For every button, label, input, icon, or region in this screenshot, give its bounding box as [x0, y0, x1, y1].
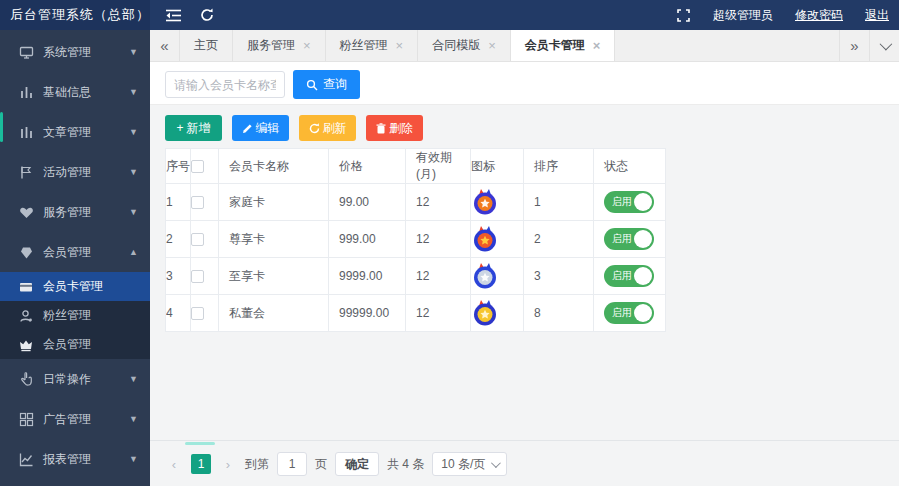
page-size-label: 10 条/页 — [441, 456, 485, 473]
status-toggle[interactable]: 启用 — [604, 228, 654, 250]
card-validity: 12 — [406, 258, 471, 295]
chevron-down-icon: ▼ — [129, 167, 138, 177]
sidebar-item-articles[interactable]: 文章管理 ▼ — [0, 112, 150, 152]
row-checkbox[interactable] — [191, 307, 204, 320]
status-toggle[interactable]: 启用 — [604, 191, 654, 213]
tab-member-cards[interactable]: 会员卡管理× — [511, 30, 616, 61]
search-button-label: 查询 — [323, 76, 347, 93]
admin-screen: 后台管理系统（总部） 超级管理员 修改密码 退出 系统管理 ▼ — [0, 0, 899, 486]
chevron-down-icon: ▼ — [129, 127, 138, 137]
scroll-tabs-right-icon[interactable]: » — [839, 30, 869, 61]
hand-pointer-icon — [19, 372, 34, 387]
sidebar-item-label: 基础信息 — [43, 84, 91, 101]
sidebar-item-services[interactable]: 服务管理 ▼ — [0, 192, 150, 232]
close-icon[interactable]: × — [488, 38, 496, 53]
horizontal-scrollbar[interactable] — [185, 442, 215, 445]
sidebar-item-fans[interactable]: 粉丝管理 — [0, 301, 150, 330]
refresh-page-icon[interactable] — [199, 7, 215, 23]
card-price: 99999.00 — [329, 295, 406, 332]
sidebar-item-member-mgmt[interactable]: 会员管理 — [0, 330, 150, 359]
status-label: 启用 — [612, 269, 632, 283]
card-price: 999.00 — [329, 221, 406, 258]
next-page-icon[interactable]: › — [219, 454, 237, 474]
sidebar-item-member-cards[interactable]: 会员卡管理 — [0, 272, 150, 301]
table-row: 4 私董会 99999.00 12 8 启用 — [166, 295, 666, 332]
change-password-link[interactable]: 修改密码 — [795, 7, 843, 24]
sidebar-item-reports[interactable]: 报表管理 ▼ — [0, 439, 150, 479]
close-icon[interactable]: × — [396, 38, 404, 53]
page-button[interactable]: 1 — [191, 454, 211, 474]
search-section: 查询 — [150, 62, 899, 105]
goto-confirm-button[interactable]: 确定 — [335, 452, 379, 476]
tab-home[interactable]: 主页 — [180, 30, 233, 61]
tab-contract-templates[interactable]: 合同模版× — [418, 30, 511, 61]
close-icon[interactable]: × — [593, 38, 601, 53]
close-icon[interactable]: × — [303, 38, 311, 53]
sidebar-item-daily-ops[interactable]: 日常操作 ▼ — [0, 359, 150, 399]
medal-icon — [471, 299, 499, 327]
toggle-knob — [634, 230, 652, 248]
row-checkbox[interactable] — [191, 196, 204, 209]
tab-label: 合同模版 — [432, 37, 480, 54]
card-price: 99.00 — [329, 184, 406, 221]
refresh-button[interactable]: 刷新 — [299, 115, 356, 141]
sidebar-item-label: 日常操作 — [43, 371, 91, 388]
edit-button[interactable]: 编辑 — [232, 115, 289, 141]
scroll-tabs-left-icon[interactable]: « — [150, 30, 180, 61]
sidebar-item-label: 报表管理 — [43, 451, 91, 468]
sidebar-item-members[interactable]: 会员管理 ▲ — [0, 232, 150, 272]
select-all-checkbox[interactable] — [191, 160, 204, 173]
sidebar-item-label: 服务管理 — [43, 204, 91, 221]
page-size-select[interactable]: 10 条/页 — [432, 452, 507, 476]
medal-icon — [471, 262, 499, 290]
card-validity: 12 — [406, 295, 471, 332]
card-name: 至享卡 — [219, 258, 329, 295]
add-button[interactable]: +新增 — [165, 115, 222, 141]
toggle-knob — [634, 304, 652, 322]
grid-layout-icon — [19, 412, 34, 427]
tab-bar: « 主页 服务管理× 粉丝管理× 合同模版× 会员卡管理× » — [150, 30, 899, 62]
fullscreen-icon[interactable] — [675, 7, 691, 23]
status-label: 启用 — [612, 306, 632, 320]
total-count: 共 4 条 — [387, 456, 424, 473]
delete-button-label: 删除 — [389, 120, 413, 137]
status-toggle[interactable]: 启用 — [604, 302, 654, 324]
delete-button[interactable]: 删除 — [366, 115, 423, 141]
col-status: 状态 — [594, 149, 666, 184]
row-index: 4 — [166, 295, 191, 332]
logout-link[interactable]: 退出 — [865, 7, 889, 24]
medal-icon — [471, 188, 499, 216]
table-row: 2 尊享卡 999.00 12 2 启用 — [166, 221, 666, 258]
tab-services[interactable]: 服务管理× — [233, 30, 326, 61]
status-label: 启用 — [612, 195, 632, 209]
chevron-down-icon: ▼ — [129, 454, 138, 464]
tab-fans[interactable]: 粉丝管理× — [326, 30, 419, 61]
collapse-sidebar-icon[interactable] — [165, 7, 181, 23]
plus-icon: + — [176, 121, 183, 135]
user-icon — [19, 309, 33, 323]
card-name: 家庭卡 — [219, 184, 329, 221]
status-toggle[interactable]: 启用 — [604, 265, 654, 287]
tab-label: 服务管理 — [247, 37, 295, 54]
sidebar-item-basic-info[interactable]: 基础信息 ▼ — [0, 72, 150, 112]
bar-chart-icon — [19, 125, 34, 140]
table-row: 1 家庭卡 99.00 12 1 启用 — [166, 184, 666, 221]
heart-icon — [19, 205, 34, 220]
tab-menu-icon[interactable] — [869, 30, 899, 61]
search-button[interactable]: 查询 — [293, 70, 360, 99]
row-checkbox[interactable] — [191, 270, 204, 283]
goto-page-input[interactable] — [277, 452, 307, 476]
card-validity: 12 — [406, 184, 471, 221]
line-chart-icon — [19, 452, 34, 467]
sidebar-item-ads[interactable]: 广告管理 ▼ — [0, 399, 150, 439]
prev-page-icon[interactable]: ‹ — [165, 454, 183, 474]
search-input[interactable] — [165, 71, 285, 98]
sidebar-item-activities[interactable]: 活动管理 ▼ — [0, 152, 150, 192]
refresh-button-label: 刷新 — [323, 120, 347, 137]
row-checkbox[interactable] — [191, 233, 204, 246]
current-user[interactable]: 超级管理员 — [713, 7, 773, 24]
card-validity: 12 — [406, 221, 471, 258]
medal-icon — [471, 225, 499, 253]
sidebar-item-system[interactable]: 系统管理 ▼ — [0, 32, 150, 72]
sidebar-item-label: 会员管理 — [43, 336, 91, 353]
